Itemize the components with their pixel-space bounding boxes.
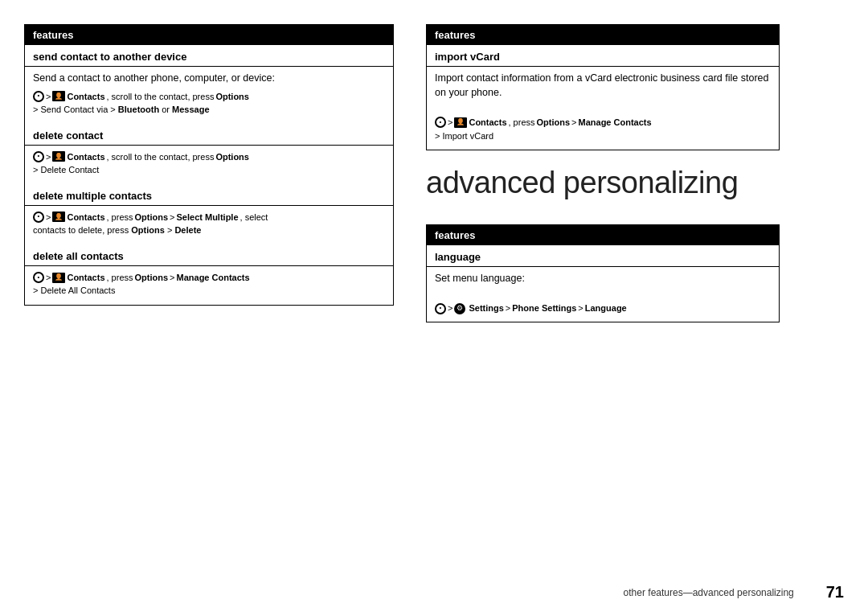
send-contact-title: send contact to another device (25, 45, 393, 67)
options-bold-1: Options (215, 90, 249, 104)
phone-settings-bold: Phone Settings (512, 302, 576, 315)
left-features-header: features (25, 25, 393, 45)
delete-multiple-step2: contacts to delete, press Options > Dele… (33, 224, 385, 238)
manage-contacts-bold: Manage Contacts (177, 271, 250, 285)
right-bottom-feature-box: features language Set menu language: > S… (426, 224, 780, 322)
options-bold-3: Options (135, 211, 169, 224)
send-contact-content: Send a contact to another phone, compute… (25, 67, 393, 124)
del-mult-text1: , press (107, 211, 133, 224)
nav-icon-2 (33, 151, 44, 162)
import-vcard-step2: > Import vCard (435, 129, 771, 144)
del-mult-text3: , select (240, 211, 268, 224)
delete-all-step2: > Delete All Contacts (33, 284, 385, 298)
language-title: language (427, 245, 779, 267)
contacts-icon-2 (52, 151, 65, 162)
manage-contacts-bold-2: Manage Contacts (579, 116, 652, 129)
delete-contact-step1: > Contacts , scroll to the contact, pres… (33, 150, 385, 164)
language-body: Set menu language: (435, 272, 771, 286)
page-footer: other features—advanced personalizing 71 (624, 583, 844, 602)
footer-page-number: 71 (826, 583, 844, 602)
nav-icon-6 (435, 303, 446, 314)
nav-icon-3 (33, 211, 44, 223)
send-contact-step2: > Send Contact via > Bluetooth or Messag… (33, 103, 385, 117)
arrow-5: > (448, 116, 452, 129)
delete-all-title: delete all contacts (25, 244, 393, 266)
right-bottom-section: features language Set menu language: > S… (426, 224, 844, 322)
import-text1: , press (509, 116, 535, 129)
nav-icon-1 (33, 91, 44, 102)
select-multiple-bold: Select Multiple (177, 211, 239, 224)
contacts-icon-5 (454, 117, 467, 128)
delete-multiple-title: delete multiple contacts (25, 184, 393, 206)
delete-all-step1: > Contacts , press Options > Manage Cont… (33, 271, 385, 285)
nav-icon-4 (33, 272, 44, 283)
language-bold: Language (585, 302, 627, 315)
message-bold: Message (172, 105, 209, 114)
send-contact-body: Send a contact to another phone, compute… (33, 72, 385, 86)
right-top-feature-box: features import vCard Import contact inf… (426, 24, 780, 150)
contacts-icon-1 (52, 91, 65, 101)
arrow-2: > (46, 150, 51, 164)
arrow-6: > (448, 302, 452, 315)
delete-contact-title: delete contact (25, 124, 393, 146)
right-column: features import vCard Import contact inf… (426, 24, 844, 576)
import-text2: > (571, 116, 576, 129)
contacts-icon-4 (52, 273, 65, 283)
language-step: > Settings > Phone Settings > Language (435, 302, 771, 315)
settings-bold: Settings (469, 302, 503, 315)
send-contact-step1: > Contacts , scroll to the contact, pres… (33, 90, 385, 104)
nav-icon-5 (435, 117, 446, 128)
delete-step1-text: , scroll to the contact, press (107, 150, 215, 164)
del-all-text2: > (170, 271, 174, 285)
contacts-bold-5: Contacts (469, 116, 506, 129)
delete-bold: Delete (174, 225, 201, 235)
bluetooth-bold: Bluetooth (118, 105, 159, 114)
footer-text: other features—advanced personalizing (624, 587, 794, 598)
options-bold-5: Options (135, 271, 169, 285)
contacts-bold-4: Contacts (67, 271, 104, 285)
settings-icon-1 (454, 303, 465, 314)
arrow-3: > (46, 211, 51, 224)
contacts-bold-3: Contacts (67, 211, 104, 224)
delete-contact-step2: > Delete Contact (33, 163, 385, 178)
lang-text3: > (578, 302, 583, 315)
options-bold-4: Options (131, 225, 165, 235)
import-vcard-body: Import contact information from a vCard … (435, 72, 771, 100)
contacts-bold-1: Contacts (67, 90, 104, 104)
right-features-header-top: features (427, 25, 779, 45)
delete-contact-content: > Contacts , scroll to the contact, pres… (25, 146, 393, 184)
arrow-4: > (46, 271, 51, 285)
import-vcard-content: Import contact information from a vCard … (427, 67, 779, 150)
send-step1-text: , scroll to the contact, press (107, 90, 215, 104)
del-mult-text2: > (170, 211, 174, 224)
import-vcard-step1: > Contacts , press Options > Manage Cont… (435, 116, 771, 129)
main-heading: advanced personalizing (426, 166, 844, 200)
delete-all-content: > Contacts , press Options > Manage Cont… (25, 266, 393, 305)
language-content: Set menu language: > Settings > Phone Se… (427, 267, 779, 322)
lang-text2: > (506, 302, 510, 315)
contacts-icon-3 (52, 211, 65, 222)
import-vcard-title: import vCard (427, 45, 779, 67)
delete-multiple-content: > Contacts , press Options > Select Mult… (25, 206, 393, 244)
left-feature-box: features send contact to another device … (24, 24, 394, 306)
options-bold-6: Options (537, 116, 571, 129)
options-bold-2: Options (215, 150, 249, 164)
delete-multiple-step: > Contacts , press Options > Select Mult… (33, 211, 385, 224)
del-all-text1: , press (107, 271, 133, 285)
contacts-bold-2: Contacts (67, 150, 104, 164)
arrow-1: > (46, 90, 51, 104)
right-features-header-bottom: features (427, 225, 779, 245)
left-column: features send contact to another device … (24, 24, 394, 576)
